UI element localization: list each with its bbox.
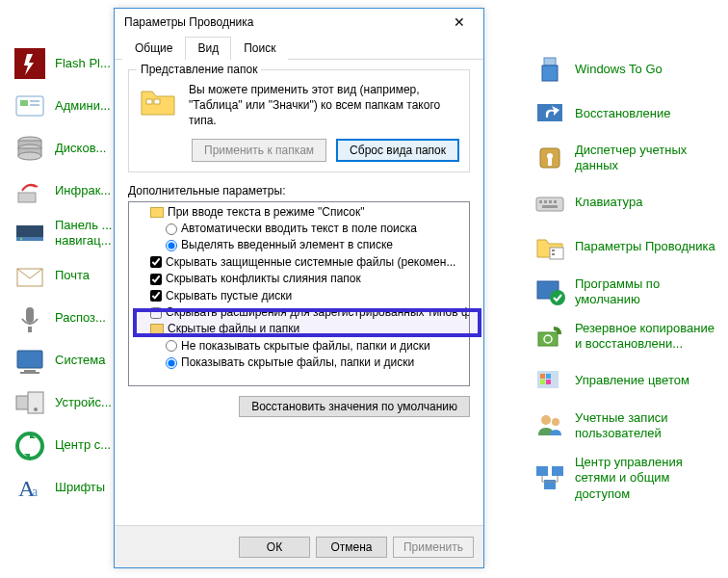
- control-panel-right-column: Windows To Go Восстановление Диспетчер у…: [534, 54, 722, 502]
- radio[interactable]: [166, 223, 177, 235]
- cp-item[interactable]: Параметры Проводника: [534, 232, 722, 263]
- svg-rect-37: [542, 205, 558, 208]
- cp-item[interactable]: Почта: [14, 261, 112, 292]
- svg-rect-17: [17, 351, 42, 368]
- svg-rect-48: [540, 380, 545, 384]
- apply-button[interactable]: Применить: [393, 537, 474, 558]
- item-label: Скрывать защищенные системные файлы (рек…: [166, 254, 455, 271]
- cp-item[interactable]: AaШрифты: [14, 473, 112, 504]
- item-label: Скрывать расширения для зарегистрированн…: [166, 304, 470, 321]
- cp-label: Устройс...: [55, 395, 112, 410]
- svg-rect-3: [30, 100, 39, 102]
- advanced-item[interactable]: Выделять введенный элемент в списке: [129, 237, 469, 253]
- speech-icon: [14, 303, 45, 334]
- cp-item[interactable]: Восстановление: [534, 98, 722, 129]
- close-button[interactable]: ✕: [441, 11, 478, 34]
- svg-rect-10: [18, 193, 36, 202]
- group-title: Представление папок: [137, 63, 261, 76]
- cp-item[interactable]: Учетные записи пользователей: [534, 410, 722, 442]
- cp-label: Система: [55, 353, 105, 368]
- cp-label: Дисков...: [55, 141, 106, 156]
- cp-item[interactable]: Управление цветом: [534, 366, 722, 397]
- checkbox[interactable]: [150, 290, 162, 302]
- credential-icon: [534, 143, 565, 173]
- item-label: Скрытые файлы и папки: [168, 321, 299, 337]
- cp-item[interactable]: Админи...: [14, 91, 112, 121]
- infrared-icon: [14, 175, 45, 206]
- dialog-title: Параметры Проводника: [124, 15, 253, 29]
- advanced-item[interactable]: Скрывать расширения для зарегистрированн…: [129, 304, 469, 321]
- tab-general[interactable]: Общие: [122, 37, 185, 60]
- usb-icon: [534, 54, 565, 85]
- radio[interactable]: [166, 357, 177, 369]
- svg-rect-16: [28, 327, 32, 332]
- tab-search[interactable]: Поиск: [231, 37, 288, 60]
- svg-rect-15: [26, 307, 34, 323]
- cp-item[interactable]: Центр управления сетями и общим доступом: [534, 455, 722, 502]
- advanced-settings-list[interactable]: При вводе текста в режиме "Список"Автома…: [128, 201, 470, 386]
- cp-item[interactable]: Windows To Go: [534, 54, 722, 85]
- mail-icon: [14, 261, 45, 292]
- cp-label: Инфрак...: [55, 183, 111, 198]
- svg-rect-52: [536, 466, 548, 476]
- advanced-item[interactable]: Скрывать конфликты слияния папок: [129, 271, 469, 287]
- radio[interactable]: [166, 240, 177, 251]
- advanced-item[interactable]: Скрывать пустые диски: [129, 288, 469, 304]
- cancel-button[interactable]: Отмена: [316, 537, 387, 558]
- keyboard-icon: [534, 188, 565, 219]
- cp-item[interactable]: Клавиатура: [534, 188, 722, 219]
- cp-item[interactable]: Дисков...: [14, 133, 112, 164]
- checkbox[interactable]: [150, 274, 162, 285]
- svg-rect-46: [540, 374, 545, 379]
- cp-item[interactable]: Панель ...навигац...: [14, 218, 112, 250]
- svg-point-13: [20, 238, 22, 240]
- restore-defaults-button[interactable]: Восстановить значения по умолчанию: [239, 396, 470, 417]
- reset-folders-button[interactable]: Сброс вида папок: [336, 139, 459, 162]
- user-accounts-icon: [534, 410, 565, 441]
- folder-views-text: Вы можете применить этот вид (например, …: [189, 82, 459, 129]
- cp-item[interactable]: Инфрак...: [14, 175, 112, 206]
- cp-item[interactable]: Устройс...: [14, 388, 112, 419]
- cp-item[interactable]: Flash Pl...: [14, 48, 112, 79]
- cp-item[interactable]: Центр с...: [14, 431, 112, 461]
- cp-item[interactable]: Программы по умолчанию: [534, 276, 722, 308]
- cp-item[interactable]: Резервное копирование и восстановлени...: [534, 321, 722, 353]
- advanced-item[interactable]: Автоматически вводить текст в поле поиск…: [129, 221, 469, 237]
- svg-rect-28: [537, 104, 562, 121]
- svg-rect-53: [552, 466, 563, 476]
- folder-views-group: Представление папок Вы можете применить …: [128, 69, 470, 172]
- advanced-item[interactable]: Не показывать скрытые файлы, папки и дис…: [129, 338, 469, 355]
- advanced-item[interactable]: Скрытые файлы и папки: [129, 321, 469, 337]
- svg-rect-49: [546, 380, 551, 384]
- radio[interactable]: [166, 340, 177, 352]
- cp-label: Параметры Проводника: [575, 239, 715, 254]
- titlebar[interactable]: Параметры Проводника ✕: [115, 9, 483, 36]
- advanced-item[interactable]: При вводе текста в режиме "Список": [129, 204, 469, 221]
- tab-view[interactable]: Вид: [185, 37, 231, 60]
- svg-rect-43: [538, 332, 558, 346]
- svg-rect-34: [544, 200, 547, 203]
- svg-rect-26: [544, 58, 556, 66]
- item-label: Автоматически вводить текст в поле поиск…: [181, 221, 417, 237]
- admin-icon: [14, 91, 45, 121]
- svg-rect-40: [552, 253, 555, 255]
- cp-item[interactable]: Распоз...: [14, 303, 112, 334]
- cp-label: Центр управления сетями и общим доступом: [575, 455, 722, 502]
- cp-label: Панель ...: [55, 218, 112, 233]
- checkbox[interactable]: [150, 256, 162, 268]
- checkbox[interactable]: [150, 307, 162, 319]
- folder-options-icon: [534, 232, 565, 263]
- cp-label: Программы по умолчанию: [575, 276, 722, 308]
- cp-label: Управление цветом: [575, 373, 689, 388]
- cp-item[interactable]: Система: [14, 346, 112, 377]
- advanced-item[interactable]: Скрывать защищенные системные файлы (рек…: [129, 254, 469, 271]
- advanced-item[interactable]: Показывать скрытые файлы, папки и диски: [129, 355, 469, 371]
- cp-label: Центр с...: [55, 437, 111, 453]
- folder-icon: [150, 324, 164, 334]
- svg-rect-4: [30, 104, 39, 106]
- ok-button[interactable]: ОК: [239, 537, 310, 558]
- svg-rect-27: [542, 66, 558, 81]
- cp-item[interactable]: Диспетчер учетных данных: [534, 143, 722, 174]
- apply-to-folders-button[interactable]: Применить к папкам: [192, 139, 326, 162]
- item-label: Скрывать конфликты слияния папок: [166, 271, 361, 287]
